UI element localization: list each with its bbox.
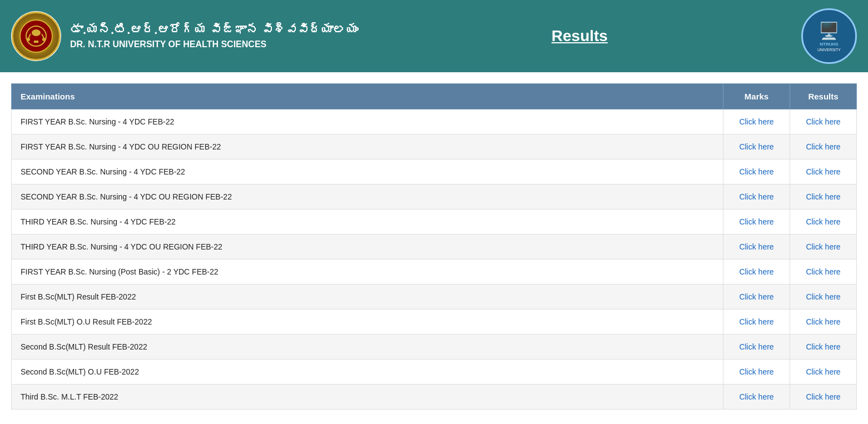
results-link[interactable]: Click here (806, 192, 840, 201)
exam-name-cell: Second B.Sc(MLT) Result FEB-2022 (12, 335, 723, 360)
marks-cell[interactable]: Click here (723, 109, 790, 134)
page-title: Results (358, 27, 801, 45)
results-cell[interactable]: Click here (790, 209, 857, 235)
svg-rect-2 (33, 36, 39, 41)
table-row: THIRD YEAR B.Sc. Nursing - 4 YDC FEB-22C… (12, 209, 857, 235)
marks-cell[interactable]: Click here (723, 360, 790, 385)
exam-name-cell: SECOND YEAR B.Sc. Nursing - 4 YDC FEB-22 (12, 159, 723, 184)
results-cell[interactable]: Click here (790, 109, 857, 134)
exam-name-cell: FIRST YEAR B.Sc. Nursing - 4 YDC OU REGI… (12, 134, 723, 159)
marks-cell[interactable]: Click here (723, 134, 790, 159)
telugu-title: డా.యన్.టి.ఆర్.ఆరోగ్య విజ్ఞాన విశ్వవిద్యా… (70, 23, 358, 37)
table-row: Second B.Sc(MLT) Result FEB-2022Click he… (12, 335, 857, 360)
marks-link[interactable]: Click here (739, 117, 773, 126)
table-row: SECOND YEAR B.Sc. Nursing - 4 YDC FEB-22… (12, 159, 857, 184)
right-logo-text: NTRUHS (820, 42, 838, 47)
marks-cell[interactable]: Click here (723, 310, 790, 335)
results-cell[interactable]: Click here (790, 385, 857, 410)
svg-point-6 (42, 38, 46, 41)
site-header: డా.యన్.టి.ఆర్.ఆరోగ్య విజ్ఞాన విశ్వవిద్యా… (0, 0, 868, 72)
right-logo-subtext: UNIVERSITY (817, 48, 841, 52)
table-row: SECOND YEAR B.Sc. Nursing - 4 YDC OU REG… (12, 184, 857, 209)
svg-point-1 (32, 29, 41, 36)
marks-link[interactable]: Click here (739, 367, 773, 376)
col-examinations: Examinations (12, 84, 723, 109)
results-link[interactable]: Click here (806, 117, 840, 126)
results-cell[interactable]: Click here (790, 360, 857, 385)
results-cell[interactable]: Click here (790, 159, 857, 184)
right-logo-content: 🖥️ NTRUHS UNIVERSITY (817, 21, 841, 52)
results-link[interactable]: Click here (806, 342, 840, 351)
exam-name-cell: THIRD YEAR B.Sc. Nursing - 4 YDC OU REGI… (12, 235, 723, 260)
marks-link[interactable]: Click here (739, 317, 773, 326)
header-right-logo: 🖥️ NTRUHS UNIVERSITY (801, 8, 857, 64)
header-left: డా.యన్.టి.ఆర్.ఆరోగ్య విజ్ఞాన విశ్వవిద్యా… (11, 11, 358, 61)
results-cell[interactable]: Click here (790, 335, 857, 360)
results-link[interactable]: Click here (806, 317, 840, 326)
col-results: Results (790, 84, 857, 109)
header-title-block: డా.యన్.టి.ఆర్.ఆరోగ్య విజ్ఞాన విశ్వవిద్యా… (70, 23, 358, 49)
exam-name-cell: First B.Sc(MLT) O.U Result FEB-2022 (12, 310, 723, 335)
english-title: DR. N.T.R UNIVERSITY OF HEALTH SCIENCES (70, 39, 358, 49)
marks-link[interactable]: Click here (739, 392, 773, 401)
results-link[interactable]: Click here (806, 242, 840, 251)
table-row: First B.Sc(MLT) Result FEB-2022Click her… (12, 285, 857, 310)
main-content: Examinations Marks Results FIRST YEAR B.… (0, 72, 868, 421)
table-row: FIRST YEAR B.Sc. Nursing - 4 YDC FEB-22C… (12, 109, 857, 134)
svg-point-5 (27, 38, 30, 41)
table-row: Third B.Sc. M.L.T FEB-2022Click hereClic… (12, 385, 857, 410)
exam-name-cell: FIRST YEAR B.Sc. Nursing (Post Basic) - … (12, 260, 723, 285)
marks-link[interactable]: Click here (739, 267, 773, 276)
results-cell[interactable]: Click here (790, 310, 857, 335)
table-row: FIRST YEAR B.Sc. Nursing (Post Basic) - … (12, 260, 857, 285)
exam-name-cell: First B.Sc(MLT) Result FEB-2022 (12, 285, 723, 310)
table-row: First B.Sc(MLT) O.U Result FEB-2022Click… (12, 310, 857, 335)
marks-cell[interactable]: Click here (723, 209, 790, 235)
marks-link[interactable]: Click here (739, 142, 773, 151)
results-link[interactable]: Click here (806, 217, 840, 226)
table-row: Second B.Sc(MLT) O.U FEB-2022Click hereC… (12, 360, 857, 385)
table-row: FIRST YEAR B.Sc. Nursing - 4 YDC OU REGI… (12, 134, 857, 159)
results-table: Examinations Marks Results FIRST YEAR B.… (11, 83, 857, 410)
svg-rect-7 (34, 41, 38, 43)
table-row: THIRD YEAR B.Sc. Nursing - 4 YDC OU REGI… (12, 235, 857, 260)
marks-link[interactable]: Click here (739, 167, 773, 176)
results-link[interactable]: Click here (806, 167, 840, 176)
marks-link[interactable]: Click here (739, 242, 773, 251)
header-center: Results (358, 27, 801, 45)
results-link[interactable]: Click here (806, 292, 840, 301)
marks-link[interactable]: Click here (739, 292, 773, 301)
results-cell[interactable]: Click here (790, 184, 857, 209)
marks-link[interactable]: Click here (739, 342, 773, 351)
results-link[interactable]: Click here (806, 142, 840, 151)
results-cell[interactable]: Click here (790, 134, 857, 159)
results-cell[interactable]: Click here (790, 260, 857, 285)
monitor-icon: 🖥️ (819, 21, 839, 41)
marks-cell[interactable]: Click here (723, 285, 790, 310)
exam-name-cell: Second B.Sc(MLT) O.U FEB-2022 (12, 360, 723, 385)
exam-name-cell: FIRST YEAR B.Sc. Nursing - 4 YDC FEB-22 (12, 109, 723, 134)
results-cell[interactable]: Click here (790, 285, 857, 310)
marks-cell[interactable]: Click here (723, 385, 790, 410)
marks-cell[interactable]: Click here (723, 235, 790, 260)
table-header: Examinations Marks Results (12, 84, 857, 109)
university-logo (11, 11, 61, 61)
col-marks: Marks (723, 84, 790, 109)
marks-cell[interactable]: Click here (723, 335, 790, 360)
marks-link[interactable]: Click here (739, 192, 773, 201)
table-body: FIRST YEAR B.Sc. Nursing - 4 YDC FEB-22C… (12, 109, 857, 410)
marks-cell[interactable]: Click here (723, 260, 790, 285)
results-link[interactable]: Click here (806, 367, 840, 376)
table-header-row: Examinations Marks Results (12, 84, 857, 109)
results-cell[interactable]: Click here (790, 235, 857, 260)
exam-name-cell: SECOND YEAR B.Sc. Nursing - 4 YDC OU REG… (12, 184, 723, 209)
results-link[interactable]: Click here (806, 392, 840, 401)
results-link[interactable]: Click here (806, 267, 840, 276)
exam-name-cell: THIRD YEAR B.Sc. Nursing - 4 YDC FEB-22 (12, 209, 723, 235)
marks-link[interactable]: Click here (739, 217, 773, 226)
marks-cell[interactable]: Click here (723, 184, 790, 209)
exam-name-cell: Third B.Sc. M.L.T FEB-2022 (12, 385, 723, 410)
marks-cell[interactable]: Click here (723, 159, 790, 184)
